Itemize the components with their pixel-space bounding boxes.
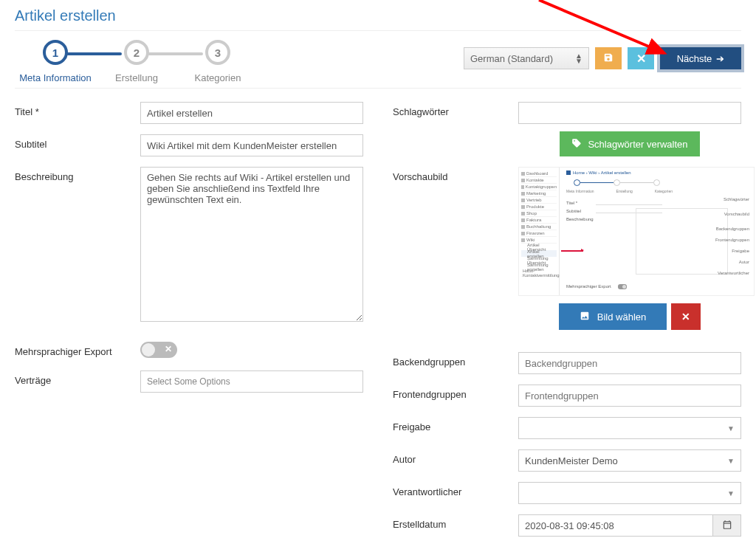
choose-image-button[interactable]: Bild wählen (559, 303, 667, 330)
save-button[interactable] (595, 47, 622, 69)
subtitle-input[interactable] (140, 134, 363, 156)
step-label: Erstellung (115, 72, 158, 83)
remove-image-button[interactable]: ✕ (671, 303, 701, 330)
step-erstellung[interactable]: 2 Erstellung (96, 40, 177, 83)
page-title: Artikel erstellen (15, 7, 741, 24)
preview-thumbnail: Dashboard Kontakte Kontaktgruppen Market… (518, 167, 755, 296)
multilang-label: Mehrsprachiger Export (15, 342, 140, 357)
description-label: Beschreibung (15, 167, 140, 182)
title-input[interactable] (140, 102, 363, 124)
step-number: 1 (43, 40, 68, 65)
close-icon: ✕ (165, 344, 172, 354)
close-icon: ✕ (636, 52, 646, 66)
responsible-label: Verantwortlicher (393, 482, 518, 497)
updown-icon: ▲▼ (575, 53, 583, 63)
left-column: Titel * Subtitel Beschreibung Mehrsprach… (15, 102, 363, 547)
contracts-label: Verträge (15, 370, 140, 386)
calendar-icon (722, 520, 732, 532)
title-label: Titel * (15, 102, 140, 117)
preview-label: Vorschaubild (393, 167, 518, 182)
author-value: KundenMeister Demo (525, 455, 618, 466)
created-date-input[interactable] (518, 514, 713, 537)
frontend-label: Frontendgruppen (393, 385, 518, 400)
step-wizard: 1 Meta Information 2 Erstellung 3 Katego… (15, 40, 258, 83)
arrow-right-icon: ➔ (716, 53, 724, 64)
step-number: 2 (124, 40, 149, 65)
manage-tags-label: Schlagwörter verwalten (588, 139, 687, 150)
author-label: Autor (393, 449, 518, 465)
tags-input[interactable] (518, 102, 741, 124)
chevron-down-icon: ▼ (727, 424, 735, 432)
choose-image-label: Bild wählen (597, 311, 647, 323)
right-column: Schlagwörter Schlagwörter verwalten Vors… (393, 102, 741, 547)
release-select[interactable]: ▼ (518, 417, 741, 439)
backend-label: Backendgruppen (393, 352, 518, 368)
cancel-button[interactable]: ✕ (628, 47, 654, 69)
step-kategorien[interactable]: 3 Kategorien (177, 40, 258, 83)
frontend-input[interactable] (518, 385, 741, 407)
save-icon (603, 52, 614, 65)
backend-input[interactable] (518, 352, 741, 374)
multilang-toggle[interactable]: ✕ (140, 342, 177, 358)
next-label: Nächste (677, 53, 712, 64)
contracts-select[interactable]: Select Some Options (140, 370, 363, 393)
step-meta-information[interactable]: 1 Meta Information (15, 40, 96, 83)
step-label: Kategorien (195, 72, 241, 83)
created-label: Erstelldatum (393, 514, 518, 530)
description-textarea[interactable] (140, 167, 363, 322)
language-value: German (Standard) (470, 53, 553, 64)
divider (15, 30, 741, 31)
next-button[interactable]: Nächste ➔ (660, 47, 741, 69)
step-number: 3 (205, 40, 230, 65)
tag-icon (571, 138, 582, 151)
language-select[interactable]: German (Standard) ▲▼ (464, 47, 589, 69)
image-icon (580, 311, 590, 323)
responsible-select[interactable]: ▼ (518, 482, 741, 504)
calendar-button[interactable] (713, 514, 741, 537)
step-label: Meta Information (19, 72, 92, 83)
chevron-down-icon: ▼ (727, 457, 735, 465)
chevron-down-icon: ▼ (727, 489, 735, 497)
tags-label: Schlagwörter (393, 102, 518, 117)
author-select[interactable]: KundenMeister Demo ▼ (518, 449, 741, 472)
release-label: Freigabe (393, 417, 518, 432)
divider (15, 88, 741, 89)
manage-tags-button[interactable]: Schlagwörter verwalten (560, 131, 699, 156)
close-icon: ✕ (681, 311, 690, 323)
subtitle-label: Subtitel (15, 134, 140, 150)
